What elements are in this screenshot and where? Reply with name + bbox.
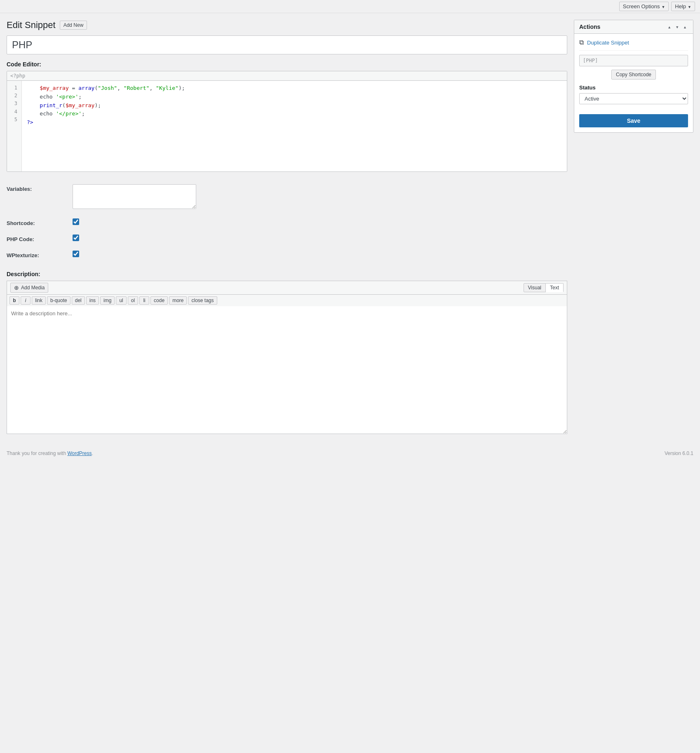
add-media-icon: ⊕ [14,284,19,291]
shortcode-control [73,218,567,226]
del-button[interactable]: del [72,296,85,305]
visual-button[interactable]: Visual [524,283,546,292]
ins-button[interactable]: ins [86,296,99,305]
variables-label: Variables: [7,184,73,192]
sidebar-controls [666,23,688,30]
shortcode-checkbox[interactable] [73,218,79,225]
code-editor-wrap: <?php 1 2 3 4 5 $my_array = array("Josh"… [7,71,567,172]
description-header: Description: [7,271,567,277]
ol-button[interactable]: ol [128,296,138,305]
footer-period: . [92,450,93,456]
toggle-button[interactable] [682,23,688,30]
add-media-button[interactable]: ⊕ Add Media [10,283,48,293]
actions-title: Actions [579,23,600,30]
collapse-down-button[interactable] [674,23,680,30]
footer-thank-you: Thank you for creating with [7,450,67,456]
wptexturize-label: WPtexturize: [7,251,73,258]
description-textarea[interactable] [7,306,567,434]
close-tags-button[interactable]: close tags [188,296,217,305]
duplicate-icon: ⧉ [579,39,584,46]
variables-control [73,184,567,210]
toggle-arrow-icon [683,24,687,30]
fields-section: Variables: Shortcode: PHP Code: WPtextur… [7,180,567,263]
code-editor-php-tag: <?php [7,71,567,81]
screen-options-button[interactable]: Screen Options [619,2,669,11]
code-editor-header: Code Editor: [7,61,567,68]
top-bar: Screen Options Help [0,0,700,13]
help-arrow-icon [688,3,691,9]
wordpress-link[interactable]: WordPress [67,450,92,456]
add-new-button[interactable]: Add New [60,21,87,30]
actions-box-body: ⧉ Duplicate Snippet [PHP] Copy Shortcode… [574,34,693,109]
help-button[interactable]: Help [671,2,695,11]
main-wrap: Edit Snippet Add New Code Editor: <?php … [0,13,700,442]
img-button[interactable]: img [100,296,115,305]
variables-row: Variables: [7,180,567,214]
shortcode-display: [PHP] [579,55,688,66]
up-arrow-icon [667,24,671,30]
content-area: Edit Snippet Add New Code Editor: <?php … [7,20,567,442]
footer-version: Version 6.0.1 [665,450,693,456]
bquote-button[interactable]: b-quote [47,296,70,305]
help-label: Help [675,3,686,9]
variables-textarea[interactable] [73,184,196,209]
footer-credit: Thank you for creating with WordPress. [7,450,93,456]
collapse-up-button[interactable] [666,23,672,30]
wptexturize-control [73,251,567,258]
down-arrow-icon [675,24,679,30]
editor-toolbar-top: ⊕ Add Media Visual Text [7,281,567,294]
description-section: Description: ⊕ Add Media Visual Text b i… [7,271,567,434]
more-button[interactable]: more [169,296,187,305]
ul-button[interactable]: ul [116,296,126,305]
duplicate-link[interactable]: Duplicate Snippet [587,40,629,46]
actions-box-header: Actions [574,20,693,34]
add-media-label: Add Media [21,285,45,291]
line-numbers: 1 2 3 4 5 [7,81,22,171]
wptexturize-row: WPtexturize: [7,246,567,263]
editor-buttons-row: b i link b-quote del ins img ul ol li co… [7,294,567,306]
code-content[interactable]: $my_array = array("Josh", "Robert", "Kyl… [22,81,567,171]
page-title: Edit Snippet [7,20,56,30]
shortcode-row: Shortcode: [7,214,567,230]
page-title-wrap: Edit Snippet Add New [7,20,567,30]
code-button[interactable]: code [150,296,168,305]
snippet-title-input[interactable] [7,35,567,54]
shortcode-label: Shortcode: [7,218,73,226]
code-editor-section: Code Editor: <?php 1 2 3 4 5 $my_array =… [7,61,567,172]
code-editor-body[interactable]: 1 2 3 4 5 $my_array = array("Josh", "Rob… [7,81,567,171]
view-toggle: Visual Text [524,283,564,292]
save-button[interactable]: Save [579,114,688,127]
php-code-control [73,235,567,242]
duplicate-row: ⧉ Duplicate Snippet [579,39,688,51]
text-button[interactable]: Text [546,283,564,292]
site-footer: Thank you for creating with WordPress. V… [0,442,700,460]
bold-button[interactable]: b [9,296,19,305]
link-button[interactable]: link [32,296,46,305]
copy-shortcode-button[interactable]: Copy Shortcode [611,70,656,80]
italic-button[interactable]: i [21,296,31,305]
status-select[interactable]: Active Inactive Draft [579,93,688,104]
php-code-checkbox[interactable] [73,235,79,241]
status-label: Status [579,84,688,91]
screen-options-arrow-icon [661,3,665,9]
li-button[interactable]: li [139,296,149,305]
php-code-row: PHP Code: [7,230,567,246]
actions-box: Actions ⧉ Duplicate Snip [574,20,693,133]
sidebar: Actions ⧉ Duplicate Snip [574,20,693,139]
wptexturize-checkbox[interactable] [73,251,79,257]
status-section: Status Active Inactive Draft [579,84,688,104]
screen-options-label: Screen Options [623,3,660,9]
php-code-label: PHP Code: [7,235,73,242]
